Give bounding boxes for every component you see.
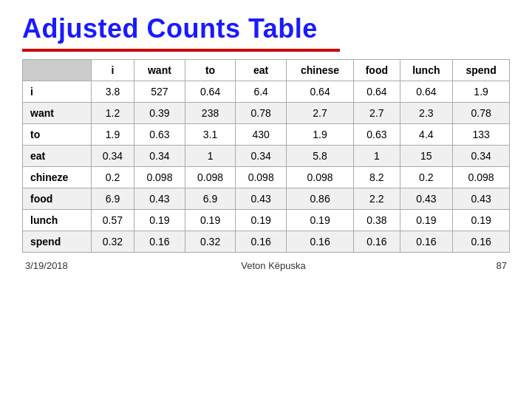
table-row: to1.90.633.14301.90.634.4133 <box>23 124 510 146</box>
cell: 0.78 <box>236 103 287 124</box>
col-header-chinese: chinese <box>286 60 353 81</box>
cell: 8.2 <box>354 167 400 188</box>
cell: 0.32 <box>91 231 134 253</box>
cell: 0.64 <box>354 81 400 103</box>
cell: 0.16 <box>236 231 287 253</box>
cell: 0.63 <box>354 124 400 146</box>
col-header-to: to <box>185 60 236 81</box>
cell: 1 <box>354 146 400 167</box>
cell: 0.64 <box>185 81 236 103</box>
cell: 0.19 <box>236 210 287 231</box>
footer-page: 87 <box>463 260 507 271</box>
cell: 0.16 <box>286 231 353 253</box>
cell: 1.9 <box>453 81 510 103</box>
cell: 6.4 <box>236 81 287 103</box>
cell: 0.43 <box>134 188 185 210</box>
cell: 0.098 <box>286 167 353 188</box>
row-header: want <box>23 103 92 124</box>
row-header: lunch <box>23 210 92 231</box>
cell: 0.57 <box>91 210 134 231</box>
footer-date: 3/19/2018 <box>25 260 84 271</box>
cell: 0.098 <box>236 167 287 188</box>
cell: 0.16 <box>400 231 453 253</box>
cell: 238 <box>185 103 236 124</box>
table-row: i3.85270.646.40.640.640.641.9 <box>23 81 510 103</box>
cell: 2.7 <box>286 103 353 124</box>
cell: 1 <box>185 146 236 167</box>
cell: 0.19 <box>400 210 453 231</box>
cell: 0.098 <box>453 167 510 188</box>
cell: 0.64 <box>400 81 453 103</box>
page-title: Adjusted Counts Table <box>22 13 510 44</box>
cell: 0.64 <box>286 81 353 103</box>
cell: 0.2 <box>91 167 134 188</box>
cell: 527 <box>134 81 185 103</box>
cell: 5.8 <box>286 146 353 167</box>
cell: 3.8 <box>91 81 134 103</box>
cell: 2.7 <box>354 103 400 124</box>
cell: 0.16 <box>134 231 185 253</box>
col-header-food: food <box>354 60 400 81</box>
cell: 0.34 <box>91 146 134 167</box>
cell: 0.43 <box>453 188 510 210</box>
cell: 0.78 <box>453 103 510 124</box>
footer-author: Veton Këpuska <box>84 260 463 271</box>
cell: 1.9 <box>286 124 353 146</box>
cell: 0.098 <box>134 167 185 188</box>
cell: 0.34 <box>236 146 287 167</box>
row-header: food <box>23 188 92 210</box>
col-header-eat: eat <box>236 60 287 81</box>
table-header-row: iwanttoeatchinesefoodlunchspend <box>23 60 510 81</box>
cell: 3.1 <box>185 124 236 146</box>
cell: 2.2 <box>354 188 400 210</box>
col-header-empty <box>23 60 92 81</box>
cell: 133 <box>453 124 510 146</box>
cell: 0.34 <box>134 146 185 167</box>
row-header: i <box>23 81 92 103</box>
cell: 0.43 <box>400 188 453 210</box>
col-header-lunch: lunch <box>400 60 453 81</box>
cell: 0.39 <box>134 103 185 124</box>
counts-table: iwanttoeatchinesefoodlunchspend i3.85270… <box>22 59 510 253</box>
cell: 0.32 <box>185 231 236 253</box>
cell: 0.38 <box>354 210 400 231</box>
col-header-spend: spend <box>453 60 510 81</box>
page: Adjusted Counts Table iwanttoeatchinesef… <box>0 0 532 399</box>
cell: 0.43 <box>236 188 287 210</box>
title-underline <box>22 49 340 52</box>
cell: 6.9 <box>185 188 236 210</box>
row-header: eat <box>23 146 92 167</box>
row-header: to <box>23 124 92 146</box>
col-header-i: i <box>91 60 134 81</box>
cell: 430 <box>236 124 287 146</box>
cell: 0.63 <box>134 124 185 146</box>
cell: 0.098 <box>185 167 236 188</box>
table-row: want1.20.392380.782.72.72.30.78 <box>23 103 510 124</box>
cell: 0.19 <box>453 210 510 231</box>
cell: 0.34 <box>453 146 510 167</box>
cell: 2.3 <box>400 103 453 124</box>
cell: 6.9 <box>91 188 134 210</box>
cell: 1.2 <box>91 103 134 124</box>
cell: 0.16 <box>453 231 510 253</box>
table-row: spend0.320.160.320.160.160.160.160.16 <box>23 231 510 253</box>
cell: 0.19 <box>134 210 185 231</box>
cell: 0.19 <box>185 210 236 231</box>
table-body: i3.85270.646.40.640.640.641.9want1.20.39… <box>23 81 510 253</box>
cell: 1.9 <box>91 124 134 146</box>
table-row: chineze0.20.0980.0980.0980.0988.20.20.09… <box>23 167 510 188</box>
row-header: spend <box>23 231 92 253</box>
col-header-want: want <box>134 60 185 81</box>
cell: 0.86 <box>286 188 353 210</box>
table-row: lunch0.570.190.190.190.190.380.190.19 <box>23 210 510 231</box>
cell: 0.19 <box>286 210 353 231</box>
table-row: eat0.340.3410.345.81150.34 <box>23 146 510 167</box>
footer: 3/19/2018 Veton Këpuska 87 <box>22 260 510 271</box>
cell: 0.2 <box>400 167 453 188</box>
cell: 15 <box>400 146 453 167</box>
cell: 0.16 <box>354 231 400 253</box>
row-header: chineze <box>23 167 92 188</box>
cell: 4.4 <box>400 124 453 146</box>
table-row: food6.90.436.90.430.862.20.430.43 <box>23 188 510 210</box>
